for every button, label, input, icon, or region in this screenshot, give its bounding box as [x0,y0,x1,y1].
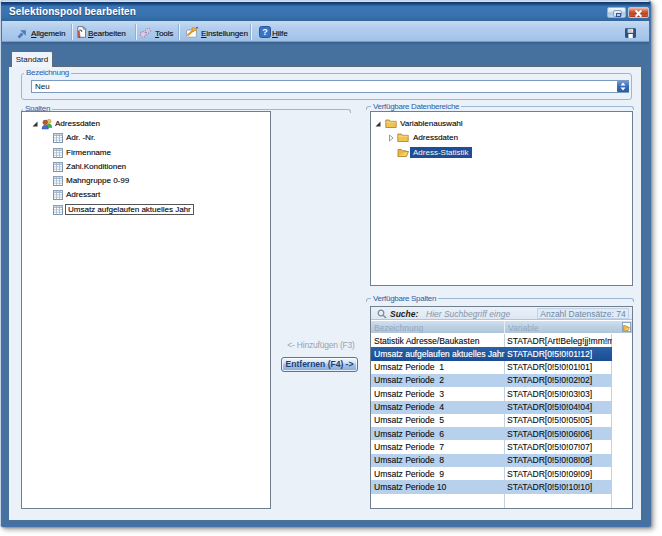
svg-text:?: ? [262,27,268,37]
